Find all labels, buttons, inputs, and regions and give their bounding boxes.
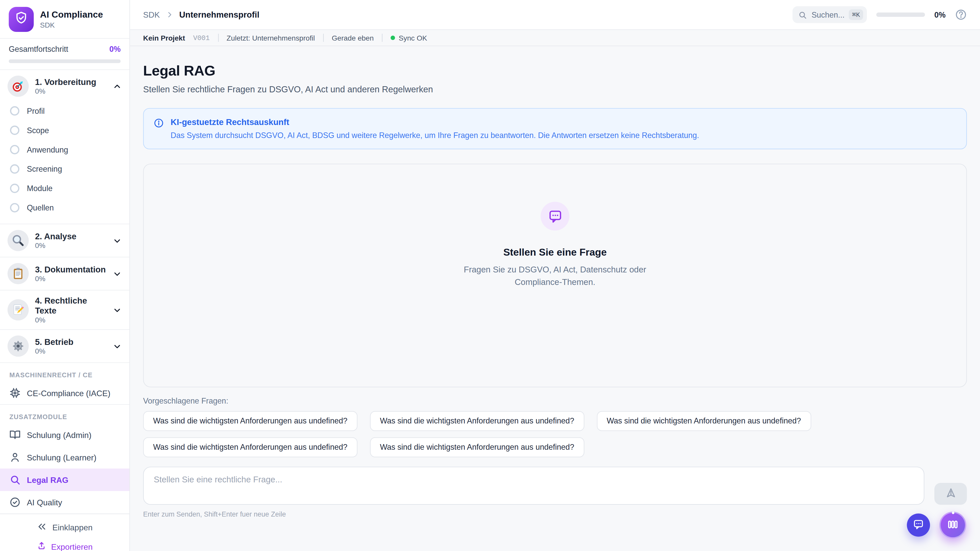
last-edited-value: Unternehmensprofil — [252, 34, 315, 41]
suggestion-button[interactable]: Was sind die wichtigsten Anforderungen a… — [143, 437, 358, 457]
send-button[interactable] — [934, 483, 967, 505]
chevron-down-icon — [113, 236, 122, 245]
overall-progress-label: Gesamtfortschritt — [9, 45, 68, 54]
sidebar-item-module[interactable]: Module — [5, 179, 124, 198]
last-saved-time: Gerade eben — [332, 34, 374, 41]
chat-fab-button[interactable] — [907, 513, 930, 537]
phase-dokumentation-header[interactable]: 3. Dokumentation 0% — [5, 260, 124, 287]
chat-empty-state-panel: Stellen Sie eine Frage Fragen Sie zu DSG… — [143, 164, 967, 387]
floating-action-buttons — [907, 512, 966, 538]
book-open-icon — [10, 429, 21, 441]
sidebar-item-profil[interactable]: Profil — [5, 101, 124, 121]
cpu-icon — [10, 387, 21, 399]
app-title: AI Compliance — [40, 10, 103, 21]
info-banner: KI-gestuetzte Rechtsauskunft Das System … — [143, 108, 967, 149]
sidebar-footer: Einklappen Exportieren — [0, 513, 129, 551]
header-actions: Suchen... ⌘K 0% — [793, 6, 967, 23]
chat-bubble-icon — [913, 518, 924, 532]
chevron-up-icon — [113, 82, 122, 91]
subitem-label: Scope — [27, 126, 49, 135]
phase-pct: 0% — [35, 87, 96, 95]
last-edited-label: Zuletzt: — [227, 34, 250, 41]
app-root: AI Compliance SDK Gesamtfortschritt 0% 1… — [0, 0, 980, 551]
sidebar: AI Compliance SDK Gesamtfortschritt 0% 1… — [0, 0, 130, 551]
section-label-maschinenrecht: MASCHINENRECHT / CE — [0, 363, 129, 382]
question-input[interactable] — [143, 467, 924, 505]
overall-progress-bar — [9, 59, 121, 63]
phase-rechtliche-texte-header[interactable]: 4. Rechtliche Texte 0% — [5, 293, 124, 327]
user-icon — [10, 452, 21, 463]
phase-title: 3. Dokumentation — [35, 265, 106, 275]
project-name: Kein Projekt — [143, 34, 185, 41]
page-title: Legal RAG — [143, 62, 967, 79]
check-circle-icon — [10, 497, 21, 508]
sync-ok-dot — [390, 36, 395, 40]
chevron-down-icon — [113, 341, 122, 351]
question-composer — [143, 467, 967, 505]
chevron-down-icon — [113, 269, 122, 278]
divider — [218, 34, 218, 42]
header-progress-bar — [876, 13, 925, 17]
app-subtitle: SDK — [40, 21, 103, 29]
suggestion-button[interactable]: Was sind die wichtigsten Anforderungen a… — [597, 411, 811, 431]
phase-title: 2. Analyse — [35, 232, 76, 241]
sidebar-item-anwendung[interactable]: Anwendung — [5, 140, 124, 159]
global-search-button[interactable]: Suchen... ⌘K — [793, 6, 867, 23]
sidebar-item-screening[interactable]: Screening — [5, 159, 124, 179]
subitem-label: Screening — [27, 165, 62, 173]
app-title-block: AI Compliance SDK — [40, 10, 103, 28]
subitem-label: Quellen — [27, 203, 54, 212]
phase-pct: 0% — [35, 348, 73, 355]
subitem-label: Anwendung — [27, 145, 68, 154]
section-label-zusatzmodule: ZUSATZMODULE — [0, 405, 129, 424]
sidebar-item-ce-compliance[interactable]: CE-Compliance (IACE) — [0, 382, 129, 404]
subitem-label: Profil — [27, 106, 45, 115]
sidebar-item-ai-quality[interactable]: AI Quality — [0, 491, 129, 513]
help-icon[interactable] — [955, 9, 967, 21]
shield-check-icon — [14, 10, 29, 28]
info-icon — [154, 118, 164, 140]
step-status-circle — [10, 106, 19, 116]
phase-title: 5. Betrieb — [35, 337, 73, 347]
item-label: Schulung (Admin) — [27, 430, 91, 440]
collapse-label: Einklappen — [52, 523, 93, 532]
suggestion-button[interactable]: Was sind die wichtigsten Anforderungen a… — [143, 411, 358, 431]
phase-title: 4. Rechtliche Texte — [35, 296, 106, 316]
breadcrumb-current: Unternehmensprofil — [179, 10, 259, 19]
suggestion-button[interactable]: Was sind die wichtigsten Anforderungen a… — [370, 411, 584, 431]
suggestion-button[interactable]: Was sind die wichtigsten Anforderungen a… — [370, 437, 584, 457]
phase-analyse-header[interactable]: 2. Analyse 0% — [5, 227, 124, 254]
sidebar-phase-rechtliche-texte: 4. Rechtliche Texte 0% — [0, 291, 129, 330]
subitem-label: Module — [27, 184, 52, 192]
sidebar-item-schulung-learner[interactable]: Schulung (Learner) — [0, 446, 129, 468]
clipboard-icon — [7, 263, 29, 284]
suggestions-list: Was sind die wichtigsten Anforderungen a… — [143, 411, 843, 457]
item-label: Schulung (Learner) — [27, 453, 97, 462]
search-shortcut-kbd: ⌘K — [849, 10, 863, 20]
magnifier-icon — [7, 230, 29, 251]
sidebar-phase-betrieb: 5. Betrieb 0% — [0, 330, 129, 363]
step-status-circle — [10, 203, 19, 213]
sidebar-item-schulung-admin[interactable]: Schulung (Admin) — [0, 424, 129, 446]
step-status-circle — [10, 164, 19, 174]
sidebar-item-legal-rag[interactable]: Legal RAG — [0, 468, 129, 491]
phase-betrieb-header[interactable]: 5. Betrieb 0% — [5, 332, 124, 360]
export-button[interactable]: Exportieren — [37, 541, 93, 551]
main-area: SDK Unternehmensprofil Suchen... ⌘K 0% — [130, 0, 980, 551]
phase-pct: 0% — [35, 316, 106, 324]
phase-vorbereitung-header[interactable]: 1. Vorbereitung 0% — [5, 73, 124, 100]
status-bar: Kein Projekt V001 Zuletzt: Unternehmensp… — [130, 30, 980, 46]
collapse-sidebar-button[interactable]: Einklappen — [37, 522, 93, 534]
phase-vorbereitung-items: Profil Scope Anwendung Screening Module … — [5, 100, 124, 221]
sidebar-item-scope[interactable]: Scope — [5, 121, 124, 140]
breadcrumb-root[interactable]: SDK — [143, 10, 160, 19]
last-edited: Zuletzt: Unternehmensprofil — [227, 34, 315, 41]
breadcrumb: SDK Unternehmensprofil — [143, 10, 259, 19]
sidebar-phase-analyse: 2. Analyse 0% — [0, 224, 129, 257]
info-banner-title: KI-gestuetzte Rechtsauskunft — [171, 118, 699, 127]
item-label: AI Quality — [27, 498, 62, 507]
sidebar-item-quellen[interactable]: Quellen — [5, 198, 124, 218]
section-zusatzmodule: ZUSATZMODULE Schulung (Admin) Schulung (… — [0, 405, 129, 513]
target-icon — [7, 76, 29, 97]
columns-fab-button[interactable] — [939, 512, 966, 538]
